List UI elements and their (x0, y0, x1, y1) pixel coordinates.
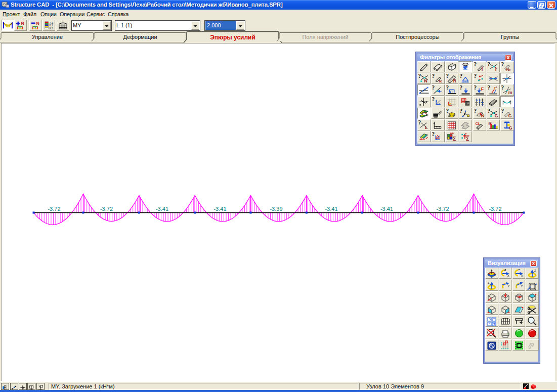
svg-text:-3.41: -3.41 (156, 206, 168, 212)
svg-text:?: ? (418, 120, 421, 125)
svg-text:?: ? (446, 108, 449, 114)
svg-text:?: ? (501, 62, 504, 67)
svg-text:F: F (481, 86, 483, 92)
svg-text:?: ? (418, 73, 421, 79)
svg-text:?: ? (488, 85, 491, 91)
svg-text:Постпроцессоры: Постпроцессоры (396, 34, 439, 40)
svg-text:Σ: Σ (466, 136, 469, 142)
svg-text:?: ? (460, 85, 463, 91)
svg-text:?: ? (446, 73, 449, 79)
svg-text:Y: Y (507, 284, 510, 288)
svg-text:?: ? (474, 73, 477, 79)
svg-text:?: ? (501, 108, 504, 114)
svg-text:-3.41: -3.41 (213, 206, 226, 212)
svg-text:-3.41: -3.41 (380, 206, 393, 212)
svg-text:R: R (453, 78, 457, 83)
svg-text:?: ? (432, 132, 435, 137)
svg-text:-3.39: -3.39 (270, 206, 282, 212)
svg-text:?: ? (474, 108, 477, 114)
svg-text:m: m (508, 90, 512, 95)
svg-text:L: L (425, 125, 427, 130)
svg-text:x: x (507, 274, 509, 277)
svg-text:t°: t° (494, 86, 497, 91)
svg-text:i: i (495, 66, 497, 72)
svg-text:№: № (506, 67, 510, 72)
svg-text:z: z (488, 281, 490, 284)
svg-text:-3.72: -3.72 (100, 206, 113, 212)
svg-text:Группы: Группы (501, 34, 520, 40)
svg-text:Y: Y (521, 284, 523, 288)
svg-text:?: ? (488, 62, 491, 67)
svg-text:N: N (481, 113, 484, 118)
svg-text:N: N (36, 21, 39, 26)
svg-text:-3.41: -3.41 (325, 206, 337, 212)
svg-text:?: ? (474, 85, 477, 91)
svg-text:?: ? (474, 62, 477, 67)
svg-text:i: i (481, 66, 483, 72)
svg-text:Te: Te (438, 79, 442, 83)
svg-text:?: ? (446, 85, 449, 91)
svg-text:G: G (509, 125, 512, 130)
svg-text:-3.72: -3.72 (48, 206, 60, 212)
svg-text:-3.72: -3.72 (489, 206, 501, 212)
svg-text:1.4: 1.4 (423, 112, 426, 115)
svg-text:Эпюры усилий: Эпюры усилий (210, 34, 255, 41)
svg-text:Управление: Управление (32, 34, 63, 40)
svg-text:G: G (495, 113, 498, 118)
svg-text:z: z (534, 269, 536, 272)
svg-text:?: ? (501, 85, 504, 91)
svg-text:?: ? (488, 108, 491, 114)
svg-text:x: x (521, 274, 523, 277)
svg-text:?: ? (432, 97, 435, 102)
svg-text:-3.72: -3.72 (436, 206, 449, 212)
svg-text:N: N (21, 21, 24, 26)
svg-text:N: N (424, 78, 427, 83)
svg-text:Деформации: Деформации (123, 34, 157, 40)
svg-text:Σ: Σ (453, 136, 456, 142)
svg-text:?: ? (432, 73, 435, 79)
svg-text:?: ? (460, 73, 463, 79)
svg-text:?: ? (460, 108, 463, 114)
svg-text:Поля напряжений: Поля напряжений (302, 34, 348, 40)
svg-text:?: ? (432, 85, 435, 91)
svg-text:G: G (508, 113, 512, 118)
